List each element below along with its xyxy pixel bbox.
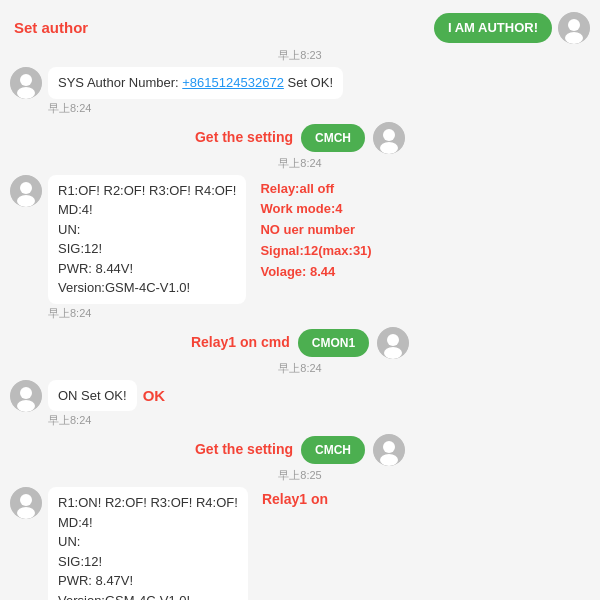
on-set-ok-bubble-wrap: ON Set OK! OK 早上8:24	[48, 380, 165, 429]
cmch-pill-1[interactable]: CMCH	[301, 124, 365, 152]
avatar-left-1	[10, 67, 42, 99]
svg-point-7	[383, 129, 395, 141]
cmch-pill-2[interactable]: CMCH	[301, 436, 365, 464]
set-author-label: Set author	[10, 19, 88, 36]
svg-point-1	[568, 19, 580, 31]
chat-container: Set author I AM AUTHOR! 早上8:23 SYS Autho…	[0, 0, 600, 600]
get-setting-label-2: Get the setting	[195, 441, 293, 457]
avatar-left-2	[10, 175, 42, 207]
timestamp-6: 早上8:24	[48, 413, 165, 428]
avatar-right-2	[373, 122, 405, 154]
svg-point-23	[17, 507, 35, 519]
svg-point-19	[383, 441, 395, 453]
cmon1-pill[interactable]: CMON1	[298, 329, 369, 357]
on-set-ok-bubble: ON Set OK!	[48, 380, 137, 412]
get-setting-label-1: Get the setting	[195, 129, 293, 145]
svg-point-8	[380, 142, 398, 154]
avatar-left-4	[10, 487, 42, 519]
relay1-on-left: R1:ON! R2:OF! R3:OF! R4:OF! MD:4! UN: SI…	[48, 487, 248, 600]
phone-link[interactable]: +8615124532672	[182, 75, 284, 90]
svg-point-20	[380, 454, 398, 466]
avatar-right-1	[558, 12, 590, 44]
svg-point-10	[20, 182, 32, 194]
sys-author-bubble-wrap: SYS Author Number: +8615124532672 Set OK…	[48, 67, 343, 116]
relay-all-off-left: R1:OF! R2:OF! R3:OF! R4:OF! MD:4! UN: SI…	[48, 175, 246, 321]
timestamp-2: 早上8:24	[48, 101, 343, 116]
on-set-ok-row: ON Set OK! OK 早上8:24	[10, 380, 590, 429]
relay1-on-cmd-label: Relay1 on cmd	[191, 334, 290, 350]
svg-point-11	[17, 195, 35, 207]
svg-point-17	[17, 400, 35, 412]
relay-all-off-row: R1:OF! R2:OF! R3:OF! R4:OF! MD:4! UN: SI…	[10, 175, 590, 321]
relay-all-off-right: Relay:all off Work mode:4 NO uer number …	[260, 179, 371, 283]
relay1-on-right: Relay1 on	[262, 491, 328, 507]
svg-point-5	[17, 87, 35, 99]
svg-point-4	[20, 74, 32, 86]
avatar-left-3	[10, 380, 42, 412]
avatar-right-4	[373, 434, 405, 466]
svg-point-2	[565, 32, 583, 44]
svg-point-22	[20, 494, 32, 506]
timestamp-3: 早上8:24	[10, 156, 590, 171]
relay1-on-row: R1:ON! R2:OF! R3:OF! R4:OF! MD:4! UN: SI…	[10, 487, 590, 600]
ok-badge-1: OK	[143, 387, 166, 404]
svg-point-14	[384, 347, 402, 359]
timestamp-7: 早上8:25	[10, 468, 590, 483]
svg-point-16	[20, 387, 32, 399]
svg-point-13	[387, 334, 399, 346]
sys-author-bubble: SYS Author Number: +8615124532672 Set OK…	[48, 67, 343, 99]
timestamp-1: 早上8:23	[10, 48, 590, 63]
timestamp-5: 早上8:24	[10, 361, 590, 376]
timestamp-4: 早上8:24	[48, 306, 246, 321]
sys-author-row: SYS Author Number: +8615124532672 Set OK…	[10, 67, 590, 116]
relay1-on-bubble: R1:ON! R2:OF! R3:OF! R4:OF! MD:4! UN: SI…	[48, 487, 248, 600]
relay-all-off-bubble: R1:OF! R2:OF! R3:OF! R4:OF! MD:4! UN: SI…	[48, 175, 246, 304]
avatar-right-3	[377, 327, 409, 359]
i-am-author-pill[interactable]: I AM AUTHOR!	[434, 13, 552, 43]
